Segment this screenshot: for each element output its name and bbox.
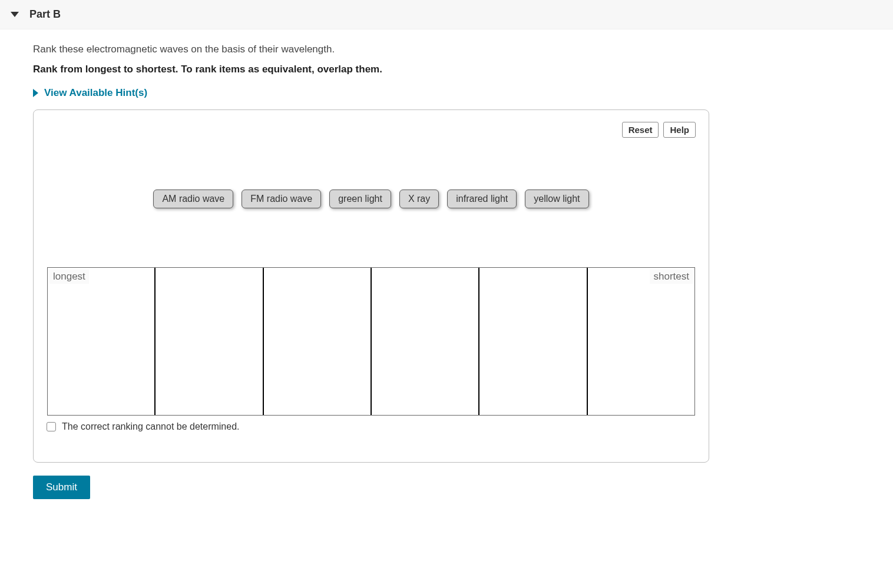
question-prompt: Rank these electromagnetic waves on the … bbox=[33, 44, 709, 55]
hints-label: View Available Hint(s) bbox=[44, 87, 147, 99]
view-hints-toggle[interactable]: View Available Hint(s) bbox=[33, 87, 147, 99]
draggable-item[interactable]: green light bbox=[329, 190, 391, 208]
panel-toolbar: Reset Help bbox=[47, 122, 696, 138]
rank-container-wrapper: longest shortest bbox=[47, 267, 695, 416]
cannot-determine-label: The correct ranking cannot be determined… bbox=[62, 421, 240, 432]
part-title: Part B bbox=[29, 8, 61, 21]
rank-drop-zone[interactable]: longest shortest bbox=[47, 267, 695, 416]
chevron-right-icon bbox=[33, 89, 38, 97]
draggable-item[interactable]: AM radio wave bbox=[153, 190, 233, 208]
draggable-item[interactable]: FM radio wave bbox=[242, 190, 321, 208]
draggable-item[interactable]: infrared light bbox=[447, 190, 517, 208]
collapse-icon[interactable] bbox=[11, 12, 19, 17]
rank-slot[interactable] bbox=[479, 268, 587, 415]
rank-slot[interactable] bbox=[264, 268, 372, 415]
rank-left-label: longest bbox=[49, 270, 89, 284]
rank-right-label: shortest bbox=[650, 270, 692, 284]
help-button[interactable]: Help bbox=[663, 122, 696, 138]
submit-button[interactable]: Submit bbox=[33, 476, 90, 499]
question-instruction: Rank from longest to shortest. To rank i… bbox=[33, 64, 709, 75]
draggable-item[interactable]: yellow light bbox=[525, 190, 588, 208]
content-area: Rank these electromagnetic waves on the … bbox=[0, 29, 742, 523]
cannot-determine-checkbox[interactable] bbox=[47, 422, 56, 431]
reset-button[interactable]: Reset bbox=[622, 122, 659, 138]
submit-row: Submit bbox=[33, 476, 709, 499]
rank-slot[interactable]: shortest bbox=[588, 268, 694, 415]
draggable-items-pool: AM radio wave FM radio wave green light … bbox=[47, 190, 696, 208]
rank-slot[interactable]: longest bbox=[48, 268, 156, 415]
part-header: Part B bbox=[0, 0, 893, 29]
rank-slot[interactable] bbox=[156, 268, 263, 415]
ranking-panel: Reset Help AM radio wave FM radio wave g… bbox=[33, 109, 709, 463]
cannot-determine-row: The correct ranking cannot be determined… bbox=[47, 421, 696, 432]
draggable-item[interactable]: X ray bbox=[399, 190, 439, 208]
rank-slot[interactable] bbox=[372, 268, 479, 415]
